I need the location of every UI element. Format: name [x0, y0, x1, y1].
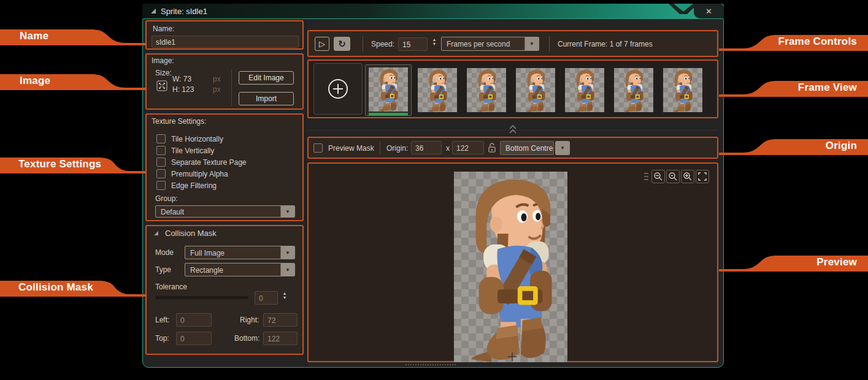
mode-label: Mode [155, 248, 174, 257]
width-value: W: 73 [172, 75, 191, 83]
preview-canvas[interactable] [454, 172, 567, 362]
titlebar[interactable]: Sprite: sIdle1 ✕ [142, 4, 724, 18]
loop-icon: ↻ [338, 39, 346, 50]
annotation-preview: Preview [719, 256, 868, 272]
tolerance-slider[interactable] [155, 296, 248, 299]
collapse-section-icon[interactable] [154, 231, 158, 235]
tile-horizontally-label: Tile Horizontally [171, 135, 223, 143]
chevron-down-icon[interactable]: ▼ [280, 206, 294, 217]
chevron-down-icon: ▼ [556, 142, 569, 154]
sprite-preview-image [454, 172, 567, 362]
premultiply-alpha-label: Premultiply Alpha [171, 170, 228, 178]
origin-preset-arrow-button[interactable]: ▼ [555, 141, 570, 155]
chevron-down-icon[interactable]: ▼ [524, 37, 539, 50]
zoom-in-button[interactable] [681, 170, 694, 183]
annotation-label: Preview [816, 256, 857, 268]
speed-input[interactable]: 15 [398, 37, 428, 51]
frame-thumbnail[interactable] [663, 68, 702, 112]
horizontal-scrollbar[interactable] [405, 364, 456, 365]
origin-preset-dropdown[interactable]: Bottom Centre [500, 141, 554, 155]
spinner-down-icon[interactable]: ▼ [430, 42, 439, 46]
mask-type-dropdown[interactable]: Rectangle ▼ [185, 263, 295, 276]
preview-menu-icon[interactable] [644, 172, 649, 181]
name-input[interactable]: sIdle1 [152, 36, 299, 48]
zoom-reset-button[interactable] [666, 170, 680, 183]
size-label: Size: [155, 69, 172, 77]
annotation-label: Name [20, 30, 48, 42]
group-label: Group: [155, 194, 178, 203]
zoom-out-button[interactable] [651, 170, 665, 183]
annotation-collision-mask: Collision Mask [0, 281, 146, 297]
texture-group-dropdown[interactable]: Default ▼ [155, 205, 295, 218]
premultiply-alpha-checkbox[interactable] [156, 169, 166, 178]
origin-preset-value: Bottom Centre [501, 142, 553, 154]
chevron-down-icon[interactable]: ▼ [280, 246, 294, 259]
annotation-frame-controls: Frame Controls [719, 35, 868, 51]
toolbar-divider [363, 36, 363, 52]
tile-vertically-checkbox[interactable] [156, 146, 166, 155]
spinner-down-icon[interactable]: ▼ [280, 295, 289, 300]
height-value: H: 123 [172, 85, 194, 94]
origin-y-input[interactable]: 122 [452, 141, 484, 154]
tolerance-input[interactable]: 0 [255, 291, 278, 305]
frame-thumbnail-selected[interactable] [365, 64, 412, 116]
edge-filtering-label: Edge Filtering [171, 181, 217, 190]
frame-thumbnail[interactable] [516, 68, 555, 112]
zoom-fit-icon [697, 172, 707, 181]
spinner-up-icon[interactable]: ▲ [280, 291, 289, 295]
collapse-window-icon[interactable] [151, 9, 156, 13]
annotation-label: Frame Controls [778, 36, 857, 48]
mask-mode-value: Full Image [185, 246, 280, 259]
texture-group-value: Default [156, 206, 280, 217]
frame-thumbnail[interactable] [614, 68, 653, 112]
mask-right-input[interactable]: 72 [263, 313, 298, 327]
panel-splitter[interactable] [305, 19, 306, 367]
collision-mask-section: Collision Mask Mode Full Image ▼ Type Re… [145, 225, 304, 355]
frame-thumbnail[interactable] [418, 68, 457, 112]
speed-spinner[interactable]: ▲ ▼ [430, 37, 439, 46]
add-frame-button[interactable] [313, 63, 363, 115]
close-button[interactable]: ✕ [694, 4, 724, 18]
collapse-strip-icon[interactable] [509, 124, 517, 134]
play-button[interactable]: ▷ [315, 37, 329, 51]
tolerance-spinner[interactable]: ▲ ▼ [280, 291, 289, 300]
origin-x-input[interactable]: 36 [411, 141, 442, 154]
origin-marker [508, 352, 517, 361]
frame-thumbnail[interactable] [467, 68, 506, 112]
loop-button[interactable]: ↻ [334, 37, 350, 51]
resize-icon[interactable] [156, 80, 167, 91]
mask-bottom-input[interactable]: 122 [263, 332, 298, 345]
frame-image [369, 67, 408, 112]
annotation-label: Frame View [798, 82, 857, 94]
name-label: Name: [153, 25, 174, 33]
mask-right-label: Right: [240, 316, 259, 324]
image-section: Image: Size: W: 73 px H: 123 px Edit Ima… [145, 53, 304, 110]
spinner-up-icon[interactable]: ▲ [430, 37, 439, 42]
mask-left-input[interactable]: 0 [176, 313, 212, 327]
edit-image-button[interactable]: Edit Image [239, 71, 294, 85]
mask-top-input[interactable]: 0 [176, 332, 212, 345]
import-button[interactable]: Import [239, 92, 294, 105]
chevron-down-icon[interactable]: ▼ [280, 264, 294, 276]
origin-label: Origin: [386, 144, 408, 153]
separate-texture-page-checkbox[interactable] [156, 158, 166, 167]
speed-unit-dropdown[interactable]: Frames per second ▼ [441, 37, 539, 51]
height-px-label: px [213, 85, 221, 94]
annotation-name: Name [0, 29, 146, 45]
annotation-label: Collision Mask [18, 281, 93, 294]
origin-separator: x [446, 144, 450, 153]
edge-filtering-checkbox[interactable] [156, 181, 166, 190]
annotation-label: Texture Settings [18, 158, 101, 170]
mask-bottom-label: Bottom: [234, 334, 259, 343]
tile-horizontally-checkbox[interactable] [156, 134, 166, 143]
mask-top-label: Top: [155, 334, 169, 343]
preview-mask-label: Preview Mask [328, 144, 374, 153]
lock-icon[interactable] [488, 142, 496, 154]
tolerance-label: Tolerance [155, 283, 187, 291]
play-icon: ▷ [319, 39, 325, 48]
zoom-fit-button[interactable] [696, 170, 709, 183]
mask-mode-dropdown[interactable]: Full Image ▼ [185, 246, 295, 259]
preview-mask-checkbox[interactable] [313, 143, 323, 153]
frame-thumbnail[interactable] [565, 68, 604, 112]
window-body: Name: sIdle1 Image: Size: W: 73 px H: 12… [142, 18, 724, 368]
